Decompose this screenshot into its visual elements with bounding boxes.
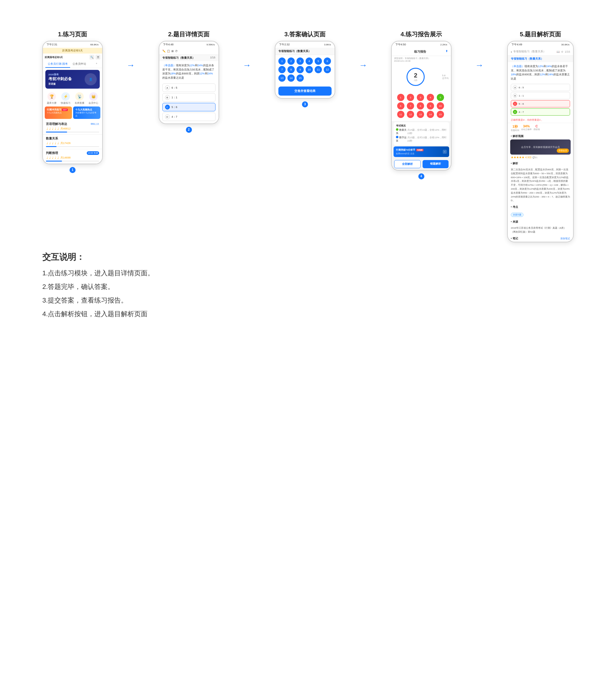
- s5-book-icon[interactable]: 📖: [557, 50, 560, 53]
- s5-analysis-title: • 解析: [508, 160, 573, 167]
- interaction-title: 交互说明：: [42, 251, 574, 263]
- interaction-item-4: 4.点击解析按钮，进入题目解析页面: [42, 309, 574, 319]
- s5-vip-btn[interactable]: 升级会员: [557, 149, 569, 153]
- s2-options: A 6：5 B 1：1 C 5：6 D 4：7: [159, 82, 218, 123]
- s4-promo-arrow: ›: [443, 150, 447, 154]
- s3-num-indicator: 3: [302, 101, 308, 107]
- s5-statusbar: 下午4:49 30.8K/s: [508, 42, 573, 48]
- screen3-phone: 下午2:32 3.8K/s 专项智能练习（数量关系） 1 2 3 4 5 6: [275, 41, 335, 99]
- s4-score-circle: 2 /15: [406, 68, 425, 86]
- s4-promo-card[interactable]: 行测突破70分析手 专项班 如果xxxxx的话 点击 ›: [394, 146, 449, 157]
- s4-header: 练习报告 ⬆: [392, 48, 451, 56]
- s5-notes-row: • 笔记 添加笔记: [508, 235, 573, 242]
- s4-dot-grid-wrap: 1 2 3 4 5 6 7 8 9 10 11 12 13: [392, 91, 451, 121]
- s1-search-icon[interactable]: 🔍: [89, 55, 94, 59]
- s5-option-c[interactable]: C 5：6: [511, 100, 570, 107]
- s2-statusbar: 下午4:48 9.56K/s: [159, 42, 218, 48]
- s5-knowledge-tag[interactable]: 浓度问题: [511, 213, 524, 217]
- s4-wrong-analysis-btn[interactable]: 错题解析: [423, 160, 449, 168]
- interaction-item-2: 2.答题完毕，确认答案。: [42, 281, 574, 292]
- s1-icon-grid: 🏆 题库大赛 ⚡ 快速练习 📡 名师直播 👑: [43, 91, 102, 106]
- s1-icon-zhibo[interactable]: 📡 名师直播: [73, 92, 86, 105]
- s1-promo-19da[interactable]: 十九大高频热点 为你整理十九大必背考点: [73, 106, 100, 119]
- s2-option-a[interactable]: A 6：5: [162, 83, 215, 92]
- screen1-phone: 下午2:31 68.8K/s 距离国考还有5天 距离国考还有5天 🔍 ☰: [42, 41, 103, 164]
- screen4-phone: 下午4:50 2.2K/s 练习报告 ⬆ 类型说明：专项智能练习（数量关系） 2…: [391, 41, 452, 171]
- s1-list-shuliang[interactable]: 数量关系 ♩♩♩♩♩ 共17426: [43, 135, 102, 149]
- screen3-section: 3.答案确认页面 下午2:32 3.8K/s 专项智能练习（数量关系） 1 2 …: [275, 30, 335, 107]
- s1-promo-hot[interactable]: 行测冲关练习 HOT 十九大高频热点: [45, 106, 72, 119]
- s1-label: 1.练习页面: [58, 30, 87, 39]
- s1-tab-xinzheng[interactable]: 公务员行测-国考: [45, 61, 70, 68]
- s3-num-12[interactable]: 12: [324, 66, 331, 73]
- s5-option-d[interactable]: D 4：7: [511, 108, 570, 116]
- s5-options: A 6：5 B 1：1 C 5：6 D 4：7: [508, 83, 573, 117]
- s5-option-a[interactable]: A 6：5: [511, 84, 570, 91]
- s3-num-7[interactable]: 7: [278, 66, 286, 73]
- s2-num-indicator: 2: [186, 126, 192, 133]
- s1-navbar: 距离国考还有5天 🔍 ☰: [43, 54, 102, 61]
- s4-label: 4.练习报告展示: [401, 30, 442, 39]
- s3-num-11[interactable]: 11: [315, 66, 322, 73]
- s4-num-indicator: 4: [418, 173, 424, 179]
- s3-submit-btn[interactable]: 交卷并查看结果: [278, 86, 331, 96]
- s2-question: （单选题）现有浓度为12%和24%的盐水各若干克，将其混合后加入50克水，配制成…: [159, 61, 218, 82]
- s5-video-thumb[interactable]: 会员专享，双有解析视频请开升会员 升级会员: [510, 140, 571, 155]
- screen1-section: 1.练习页面 下午2:31 68.8K/s 距离国考还有5天 距离国考还有5天 …: [42, 30, 103, 173]
- s5-label: 5.题目解析页面: [520, 30, 561, 39]
- s1-banner[interactable]: 2020国考 考前冲刺必备 言语篇 👤: [45, 70, 100, 89]
- s3-num-8[interactable]: 8: [288, 66, 295, 73]
- arrow4: →: [475, 60, 484, 70]
- screen4-section: 4.练习报告展示 下午4:50 2.2K/s 练习报告 ⬆ 类型说明：专项智能练…: [391, 30, 452, 179]
- s4-dot-grid: 1 2 3 4 5 6 7 8 9 10 11 12 13: [394, 92, 449, 120]
- s2-option-c[interactable]: C 5：6: [162, 103, 215, 111]
- s1-icon-kuaisu[interactable]: ⚡ 快速练习: [59, 92, 72, 105]
- s1-menu-icon[interactable]: ☰: [96, 55, 100, 59]
- s1-tab-plus[interactable]: +: [93, 61, 100, 68]
- arrow3: →: [359, 60, 367, 70]
- arrow1: →: [126, 60, 135, 70]
- s2-option-d[interactable]: D 4：7: [162, 112, 215, 121]
- s4-all-analysis-btn[interactable]: 全部解析: [394, 160, 421, 168]
- s3-num-4[interactable]: 4: [305, 57, 313, 65]
- s3-num-13[interactable]: 13: [278, 74, 286, 82]
- s4-score-row: 2 /15 5.8 总平均: [392, 63, 451, 91]
- s2-option-b[interactable]: B 1：1: [162, 93, 215, 102]
- s1-list-panduan[interactable]: 判断推理 10:00 有课 ♩♩♩♩♩ 共14698: [43, 149, 102, 164]
- s2-header: ✏️ 📋 ⊞ ⏱: [159, 48, 218, 55]
- s3-num-9[interactable]: 9: [296, 66, 304, 73]
- s1-tab-shenlun[interactable]: 公务员申论: [70, 61, 88, 68]
- s3-num-6[interactable]: 6: [324, 57, 331, 65]
- s5-add-note-btn[interactable]: 添加笔记: [560, 237, 570, 240]
- s1-banner-avatar: 👤: [85, 73, 97, 85]
- s3-label: 3.答案确认页面: [285, 30, 326, 39]
- s5-stats: 1秒 答题时间 34% 全站正确率 C 易错项: [508, 123, 573, 133]
- s3-num-3[interactable]: 3: [296, 57, 304, 65]
- s5-back-btn[interactable]: ‹: [511, 50, 512, 54]
- s5-knowledge-title: • 考点: [508, 204, 573, 210]
- s5-video-title: • 解析视频: [508, 133, 573, 140]
- s4-statusbar: 下午4:50 2.2K/s: [392, 42, 451, 48]
- s3-num-2[interactable]: 2: [288, 57, 295, 65]
- s5-source-text: 2019年江苏省公务员录用考试《行测》真题（A类）（网友回忆版）第52题: [508, 225, 573, 235]
- s3-num-1[interactable]: 1: [278, 57, 286, 65]
- s5-analysis-text: 第二次混合50克水后，配置盐水共600克，则第一次混合配置得到盐水质量为600－…: [508, 167, 573, 204]
- s3-num-15[interactable]: 15: [296, 74, 304, 82]
- interaction-item-1: 1.点击练习模块，进入题目详情页面。: [42, 268, 574, 278]
- s1-num-indicator: 1: [70, 167, 76, 173]
- s2-label: 2.题目详情页面: [168, 30, 210, 39]
- s5-question: （单选题）现有浓度为12%和24%的盐水各若干克，将其混合后加入50克水，配制成…: [508, 62, 573, 83]
- s5-knowledge-tag-wrap: 浓度问题: [508, 210, 573, 219]
- s5-section-title: 专项智能练习（数量关系）: [508, 56, 573, 62]
- s3-num-grid: 1 2 3 4 5 6 7 8 9 10 11 12 13 14: [275, 55, 334, 84]
- s1-list-yuyan[interactable]: 言语理解与表达 继续上次 ♩♩♩♩♩ 共46812: [43, 120, 102, 135]
- s3-num-5[interactable]: 5: [315, 57, 322, 65]
- interaction-item-3: 3.提交答案，查看练习报告。: [42, 295, 574, 306]
- s1-icon-tiku[interactable]: 🏆 题库大赛: [45, 92, 58, 105]
- s3-num-10[interactable]: 10: [305, 66, 313, 73]
- s5-option-b[interactable]: B 1：1: [511, 92, 570, 99]
- s5-star-icon[interactable]: ☆: [561, 50, 563, 53]
- s1-icon-vip[interactable]: 👑 会员中心: [87, 92, 100, 105]
- s1-tabs: 公务员行测-国考 公务员申论 +: [43, 61, 102, 68]
- s3-num-14[interactable]: 14: [288, 74, 295, 82]
